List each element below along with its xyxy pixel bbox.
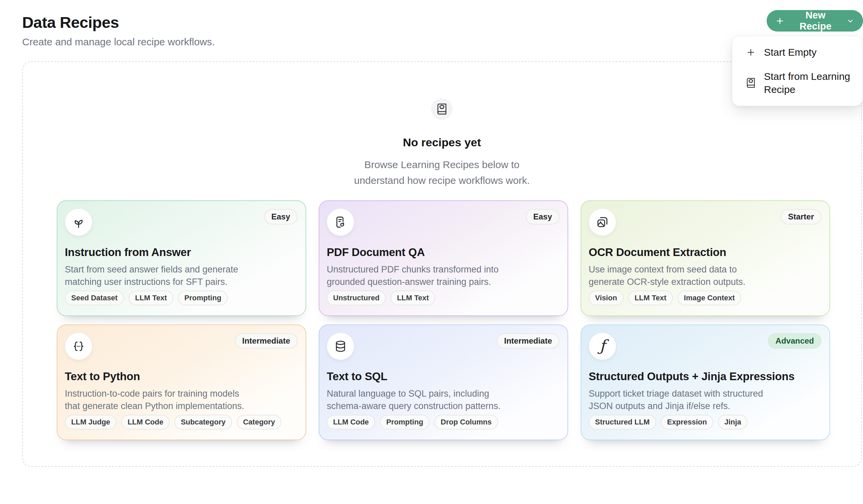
difficulty-badge: Advanced xyxy=(768,333,821,349)
tag: LLM Code xyxy=(327,415,375,429)
empty-state-line: Browse Learning Recipes below to xyxy=(23,157,861,172)
file-attachment-icon xyxy=(327,208,354,236)
difficulty-badge: Starter xyxy=(781,209,821,224)
learning-recipes-grid: Easy Instruction from Answer Start from … xyxy=(57,200,830,440)
recipe-card-title: Instruction from Answer xyxy=(65,246,298,259)
new-recipe-menu: Start Empty Start from Learning Recipe xyxy=(732,36,863,106)
tag: LLM Text xyxy=(129,290,173,305)
recipe-card-text-to-python[interactable]: Intermediate Text to Python Instruction-… xyxy=(57,324,306,440)
new-recipe-button[interactable]: New Recipe xyxy=(767,10,863,31)
difficulty-badge: Easy xyxy=(526,209,560,224)
tag-list: Seed Dataset LLM Text Prompting xyxy=(65,290,228,305)
recipe-card-title: Text to Python xyxy=(65,370,298,383)
recipe-card-description: Natural language to SQL pairs, including… xyxy=(327,388,560,412)
tag-list: LLM Judge LLM Code Subcategory Category xyxy=(65,415,282,429)
recipe-card-structured-outputs-jinja[interactable]: ƒ Advanced Structured Outputs + Jinja Ex… xyxy=(580,324,830,440)
recipe-card-instruction-from-answer[interactable]: Easy Instruction from Answer Start from … xyxy=(57,200,306,316)
recipe-card-description: Use image context from seed data to gene… xyxy=(589,263,821,288)
tag: Unstructured xyxy=(327,290,386,305)
tag: Structured LLM xyxy=(589,415,656,429)
code-braces-icon xyxy=(65,333,92,360)
plus-icon xyxy=(775,16,785,26)
menu-item-label: Start Empty xyxy=(764,46,817,59)
tag: Jinja xyxy=(718,415,748,429)
page-subtitle: Create and manage local recipe workflows… xyxy=(22,36,215,48)
function-icon: ƒ xyxy=(589,333,616,360)
recipe-card-text-to-sql[interactable]: Intermediate Text to SQL Natural languag… xyxy=(319,324,568,440)
recipe-card-title: PDF Document QA xyxy=(327,246,560,259)
recipe-book-icon xyxy=(745,78,756,88)
tag: Vision xyxy=(589,290,624,305)
empty-state-title: No recipes yet xyxy=(23,136,861,149)
tag: Expression xyxy=(661,415,714,429)
recipe-card-description: Unstructured PDF chunks transformed into… xyxy=(327,263,560,288)
recipes-empty-board: No recipes yet Browse Learning Recipes b… xyxy=(22,61,862,467)
tag: Seed Dataset xyxy=(65,290,124,305)
tag: LLM Judge xyxy=(65,415,116,429)
tag: Category xyxy=(237,415,282,429)
tag: LLM Text xyxy=(628,290,673,305)
database-icon xyxy=(327,333,354,360)
sprout-icon xyxy=(65,208,92,236)
plus-icon xyxy=(745,47,756,57)
recipe-card-description: Support ticket triage dataset with struc… xyxy=(589,388,821,412)
menu-item-start-empty[interactable]: Start Empty xyxy=(733,40,862,64)
images-icon xyxy=(589,208,616,236)
tag: Drop Columns xyxy=(434,415,498,429)
difficulty-badge: Easy xyxy=(264,209,298,224)
empty-state-line: understand how recipe workflows work. xyxy=(23,172,861,188)
tag: Subcategory xyxy=(174,415,232,429)
recipe-card-title: Text to SQL xyxy=(327,370,560,383)
tag-list: Unstructured LLM Text xyxy=(327,290,435,305)
tag-list: LLM Code Prompting Drop Columns xyxy=(327,415,498,429)
recipe-card-description: Start from seed answer fields and genera… xyxy=(65,263,298,288)
tag: LLM Text xyxy=(390,290,435,305)
menu-item-start-from-learning-recipe[interactable]: Start from Learning Recipe xyxy=(733,64,862,102)
tag: Image Context xyxy=(678,290,741,305)
empty-state-text: Browse Learning Recipes below to underst… xyxy=(23,157,861,188)
recipe-card-title: OCR Document Extraction xyxy=(589,246,821,259)
data-recipes-page: Data Recipes Create and manage local rec… xyxy=(0,0,863,504)
tag-list: Structured LLM Expression Jinja xyxy=(589,415,748,429)
menu-item-label: Start from Learning Recipe xyxy=(764,70,854,96)
recipe-card-pdf-document-qa[interactable]: Easy PDF Document QA Unstructured PDF ch… xyxy=(319,200,568,316)
recipe-card-ocr-document-extraction[interactable]: Starter OCR Document Extraction Use imag… xyxy=(580,200,830,316)
recipe-book-icon xyxy=(431,98,453,120)
tag-list: Vision LLM Text Image Context xyxy=(589,290,741,305)
chevron-down-icon xyxy=(847,17,854,25)
new-recipe-button-label: New Recipe xyxy=(789,10,842,32)
difficulty-badge: Intermediate xyxy=(235,333,298,349)
tag: LLM Code xyxy=(121,415,170,429)
recipe-card-description: Instruction-to-code pairs for training m… xyxy=(65,388,298,412)
tag: Prompting xyxy=(178,290,228,305)
difficulty-badge: Intermediate xyxy=(497,333,560,349)
page-title: Data Recipes xyxy=(22,13,119,31)
recipe-card-title: Structured Outputs + Jinja Expressions xyxy=(589,370,821,383)
tag: Prompting xyxy=(380,415,429,429)
